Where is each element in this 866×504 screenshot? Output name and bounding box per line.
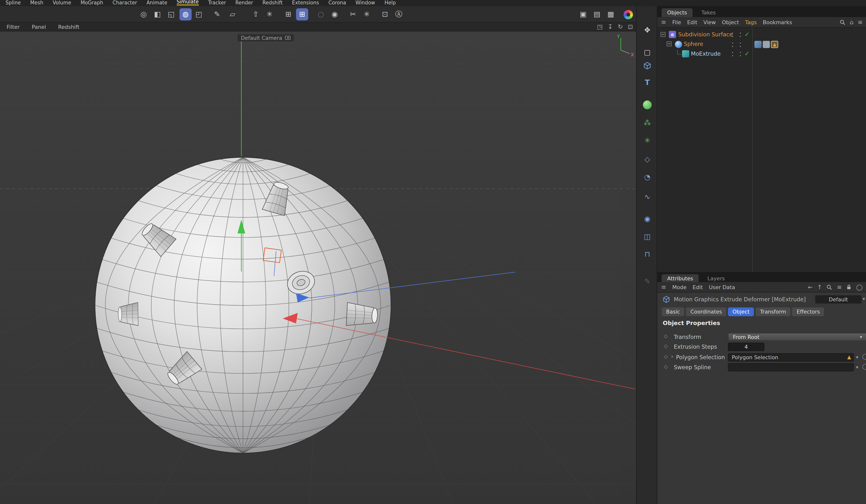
plane-primitive-icon[interactable]: ◧: [151, 8, 164, 21]
viewport-pin-icon[interactable]: ↧: [608, 24, 613, 30]
camera-label[interactable]: Default Camera: [237, 34, 294, 41]
menu-spline[interactable]: Spline: [5, 0, 21, 5]
frame-selection-icon[interactable]: ▢: [637, 48, 658, 57]
viewport-refresh-icon[interactable]: ↻: [618, 24, 623, 30]
menu-mesh[interactable]: Mesh: [30, 0, 44, 5]
render-visibility-dots[interactable]: [739, 51, 742, 57]
snap-grid-icon[interactable]: ⊞: [296, 8, 308, 21]
spline-primitive-icon[interactable]: ▱: [226, 8, 239, 21]
menu-extensions[interactable]: Extensions: [292, 0, 319, 5]
expand-caret-icon[interactable]: ›: [671, 354, 673, 359]
uvw-tag-icon[interactable]: [763, 41, 770, 48]
link-picker-icon[interactable]: ◯: [862, 364, 866, 369]
tab-basic[interactable]: Basic: [662, 307, 685, 316]
menu-redshift[interactable]: Redshift: [263, 0, 283, 5]
polygon-object-icon[interactable]: ◇: [637, 155, 658, 164]
stage-object-icon[interactable]: ⊓: [637, 250, 658, 259]
tree-row-subdivision-surface[interactable]: − Subdivision Surface ✓: [657, 30, 866, 39]
torus-primitive-icon[interactable]: ◎: [137, 8, 150, 21]
group-title[interactable]: Object Properties: [663, 320, 720, 326]
bend-deformer-icon[interactable]: ∿: [637, 193, 658, 202]
lock-icon[interactable]: [846, 284, 852, 290]
menu-tracker[interactable]: Tracker: [208, 0, 226, 5]
dynamics-gear-icon[interactable]: ✳: [637, 136, 658, 145]
split-view-icon[interactable]: ✂: [347, 8, 359, 21]
menu-character[interactable]: Character: [113, 0, 137, 5]
menu-volume[interactable]: Volume: [53, 0, 71, 5]
scatter-object-icon[interactable]: [643, 100, 652, 109]
viewport-menu-redshift[interactable]: Redshift: [58, 24, 79, 30]
am-menu-mode[interactable]: Mode: [672, 284, 687, 290]
panel-menu-icon[interactable]: ≡: [661, 284, 666, 290]
menu-animate[interactable]: Animate: [146, 0, 167, 5]
render-visibility-dots[interactable]: [739, 32, 742, 38]
keyframe-diamond-icon[interactable]: ◇: [664, 334, 668, 339]
polygon-selection-field[interactable]: Polygon Selection ▲: [728, 353, 854, 361]
search-icon[interactable]: [826, 284, 833, 290]
am-menu-userdata[interactable]: User Data: [709, 284, 735, 290]
object-label[interactable]: Subdivision Surface: [678, 31, 733, 37]
om-menu-file[interactable]: File: [672, 19, 681, 25]
annotation-tool-icon[interactable]: Ⓐ: [393, 8, 405, 21]
chevron-down-icon[interactable]: ▾: [856, 365, 858, 370]
cluster-object-icon[interactable]: ⁂: [637, 119, 658, 127]
simulation-settings-icon[interactable]: ◉: [329, 8, 341, 21]
menu-simulate[interactable]: Simulate: [177, 0, 199, 5]
editor-visibility-dots[interactable]: [731, 51, 734, 57]
sketch-pen-icon[interactable]: ✎: [637, 277, 658, 286]
enabled-check-icon[interactable]: ✓: [745, 31, 750, 38]
tree-row-moextrude[interactable]: MoExtrude ✓: [657, 49, 866, 58]
om-menu-edit[interactable]: Edit: [687, 19, 697, 25]
keyframe-diamond-icon[interactable]: ◇: [664, 344, 668, 349]
viewport-shading-icon[interactable]: ◳: [597, 24, 603, 30]
cube-primitive-icon[interactable]: ◱: [165, 8, 177, 21]
search-icon[interactable]: [839, 19, 845, 25]
tab-coordinates[interactable]: Coordinates: [686, 307, 726, 316]
tab-transform[interactable]: Transform: [756, 307, 790, 316]
link-picker-icon[interactable]: ◯: [862, 354, 866, 359]
om-menu-bookmarks[interactable]: Bookmarks: [763, 19, 792, 25]
render-visibility-dots[interactable]: [739, 41, 742, 48]
extrusion-steps-input[interactable]: 4: [728, 343, 764, 351]
menu-corona[interactable]: Corona: [329, 0, 346, 5]
polygon-selection-tag-icon[interactable]: ▲: [771, 41, 778, 48]
modeling-settings-icon[interactable]: ✳: [264, 8, 276, 21]
object-label[interactable]: MoExtrude: [691, 50, 721, 57]
measure-icon[interactable]: ◔: [637, 173, 658, 181]
editor-visibility-dots[interactable]: [731, 41, 734, 48]
tool-options-icon[interactable]: ✳: [361, 8, 373, 21]
preset-dropdown-icon[interactable]: ▾: [863, 297, 865, 301]
keyframe-diamond-icon[interactable]: ◇: [664, 354, 668, 359]
om-menu-object[interactable]: Object: [722, 19, 739, 25]
menu-help[interactable]: Help: [384, 0, 396, 5]
volume-builder-icon[interactable]: ⊡: [379, 8, 391, 21]
filter-list-icon[interactable]: ≡: [837, 284, 842, 290]
interface-palette-icon[interactable]: [624, 10, 633, 19]
render-view-icon[interactable]: ▣: [577, 8, 589, 21]
om-menu-tags[interactable]: Tags: [745, 19, 757, 25]
cube-object-icon[interactable]: [643, 62, 651, 70]
parent-object-icon[interactable]: ↑: [817, 284, 822, 290]
inactive-tool-icon[interactable]: ○: [315, 8, 327, 21]
render-to-picture-icon[interactable]: ▤: [591, 8, 603, 21]
link-mode-icon[interactable]: ◯: [856, 284, 863, 290]
filter-list-icon[interactable]: ≡: [858, 19, 863, 25]
extrude-deformer-icon[interactable]: ◫: [637, 232, 658, 241]
preset-dropdown[interactable]: Default: [815, 295, 862, 303]
menu-mograph[interactable]: MoGraph: [81, 0, 103, 5]
collapse-icon[interactable]: −: [660, 32, 665, 37]
home-icon[interactable]: ⌂: [850, 19, 853, 25]
cloner-icon[interactable]: ◰: [193, 8, 205, 21]
tree-row-sphere[interactable]: − Sphere ▲: [657, 39, 866, 49]
transform-dropdown[interactable]: From Root ▾: [728, 333, 866, 341]
om-menu-view[interactable]: View: [703, 19, 716, 25]
viewport-canvas[interactable]: Y X Default Camera: [0, 32, 636, 504]
menu-render[interactable]: Render: [235, 0, 253, 5]
axis-mode-icon[interactable]: ⇧: [250, 8, 262, 21]
tab-objects[interactable]: Objects: [662, 8, 692, 17]
sweep-spline-field[interactable]: [728, 363, 854, 371]
am-menu-edit[interactable]: Edit: [693, 284, 703, 290]
tab-object[interactable]: Object: [728, 307, 754, 316]
subdivision-surface-icon[interactable]: ◍: [180, 8, 192, 21]
tab-effectors[interactable]: Effectors: [792, 307, 824, 316]
